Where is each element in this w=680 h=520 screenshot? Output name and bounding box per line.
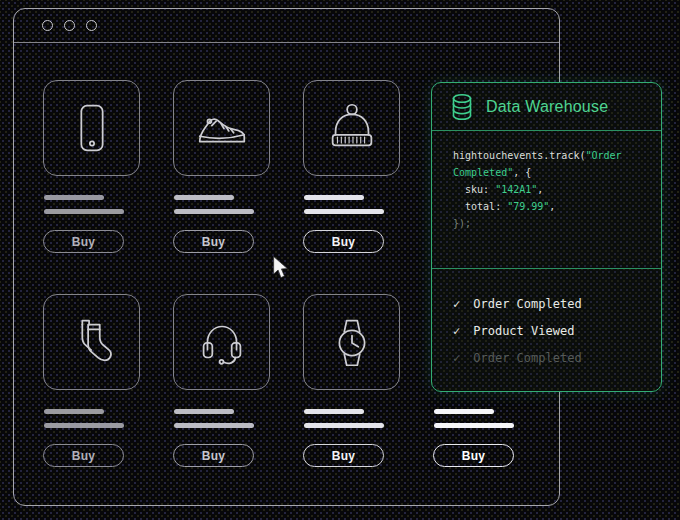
product-column-socks: Buy	[43, 294, 143, 467]
text-placeholder-line	[304, 423, 384, 428]
database-icon	[450, 93, 474, 121]
buy-button[interactable]: Buy	[433, 444, 514, 467]
code-line: total: "79.99",	[453, 198, 661, 215]
product-card-sneaker	[173, 80, 270, 176]
window-control-icon[interactable]	[86, 20, 97, 31]
text-placeholder-line	[174, 423, 254, 428]
event-label: Order Completed	[473, 297, 581, 311]
code-line: });	[453, 215, 661, 232]
check-icon: ✓	[453, 351, 460, 365]
buy-button[interactable]: Buy	[173, 230, 254, 253]
text-placeholder-line	[434, 409, 494, 414]
event-label: Order Completed	[473, 351, 581, 365]
product-card-socks	[43, 294, 140, 390]
product-card-headphones	[173, 294, 270, 390]
product-column-beanie: Buy	[303, 80, 403, 253]
event-checklist: ✓ Order Completed ✓ Product Viewed ✓ Ord…	[432, 269, 661, 391]
window-control-icon[interactable]	[64, 20, 75, 31]
buy-button[interactable]: Buy	[303, 230, 384, 253]
product-column-watch: Buy	[303, 294, 403, 467]
text-placeholder-line	[174, 209, 254, 214]
product-card-phone	[43, 80, 140, 176]
text-placeholder-line	[304, 409, 364, 414]
buy-button[interactable]: Buy	[43, 444, 124, 467]
product-card-beanie	[303, 80, 400, 176]
phone-icon	[61, 97, 123, 159]
sneaker-icon	[191, 97, 253, 159]
product-column-phone: Buy	[43, 80, 143, 253]
panel-header: Data Warehouse	[432, 83, 661, 131]
code-line: sku: "142A1",	[453, 181, 661, 198]
check-icon: ✓	[453, 297, 460, 311]
event-row: ✓ Product Viewed	[453, 317, 661, 344]
data-warehouse-panel: Data Warehouse hightouchevents.track("Or…	[431, 82, 662, 392]
socks-icon	[61, 311, 123, 373]
text-placeholder-line	[304, 209, 384, 214]
beanie-icon	[321, 97, 383, 159]
buy-button[interactable]: Buy	[173, 444, 254, 467]
buy-button[interactable]: Buy	[43, 230, 124, 253]
text-placeholder-line	[44, 409, 104, 414]
window-titlebar	[14, 9, 559, 43]
product-card-watch	[303, 294, 400, 390]
text-placeholder-line	[44, 195, 104, 200]
buy-button[interactable]: Buy	[303, 444, 384, 467]
text-placeholder-line	[304, 195, 364, 200]
arrow-cursor	[272, 256, 289, 284]
code-snippet: hightouchevents.track("Order Completed",…	[432, 131, 661, 269]
window-control-icon[interactable]	[42, 20, 53, 31]
text-placeholder-line	[44, 209, 124, 214]
text-placeholder-line	[174, 409, 234, 414]
product-column-sneaker: Buy	[173, 80, 273, 253]
check-icon: ✓	[453, 324, 460, 338]
text-placeholder-line	[44, 423, 124, 428]
panel-title: Data Warehouse	[486, 98, 608, 116]
text-placeholder-line	[174, 195, 234, 200]
product-column-headphones: Buy	[173, 294, 273, 467]
headphones-icon	[191, 311, 253, 373]
event-row: ✓ Order Completed	[453, 290, 661, 317]
watch-icon	[321, 311, 383, 373]
event-label: Product Viewed	[473, 324, 574, 338]
event-row: ✓ Order Completed	[453, 344, 661, 371]
code-line: hightouchevents.track("Order	[453, 147, 661, 164]
text-placeholder-line	[434, 423, 514, 428]
code-line: Completed", {	[453, 164, 661, 181]
